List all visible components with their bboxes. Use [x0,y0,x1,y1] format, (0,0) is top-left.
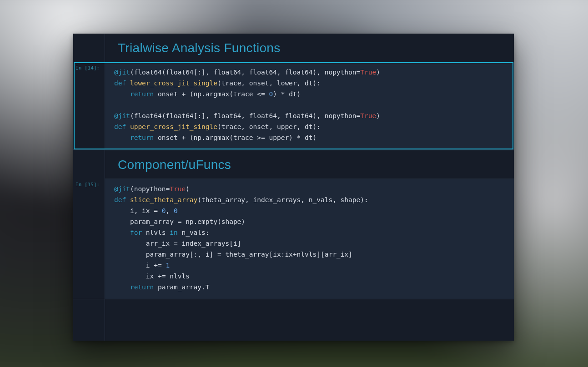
code-cell[interactable]: In [14]: @jit(float64(float64[:], float6… [73,62,514,150]
code-text[interactable]: @jit(nopython=True) def slice_theta_arra… [114,184,505,293]
input-prompt: In [15]: [73,182,101,188]
notebook-content: Trialwise Analysis Functions In [14]: @j… [73,34,514,299]
code-input-area[interactable]: @jit(float64(float64[:], float64, float6… [105,62,514,149]
code-input-area[interactable]: @jit(nopython=True) def slice_theta_arra… [105,179,514,299]
notebook-body: Trialwise Analysis Functions In [14]: @j… [73,34,514,341]
section-heading: Trialwise Analysis Functions [118,41,501,55]
markdown-cell[interactable]: Trialwise Analysis Functions [105,34,514,62]
notebook-window: Trialwise Analysis Functions In [14]: @j… [73,34,514,341]
section-heading: Component/uFuncs [118,158,501,172]
code-cell[interactable]: In [15]: @jit(nopython=True) def slice_t… [73,179,514,299]
code-text[interactable]: @jit(float64(float64[:], float64, float6… [114,67,505,143]
markdown-cell[interactable]: Component/uFuncs [105,150,514,179]
input-prompt: In [14]: [73,65,101,71]
